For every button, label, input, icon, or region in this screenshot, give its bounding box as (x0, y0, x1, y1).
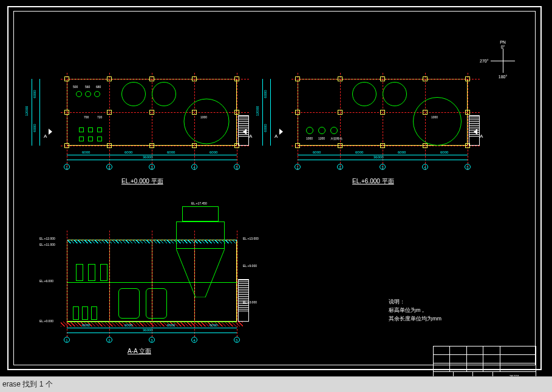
drawing-notes: 说明： 标高单位为m， 其余长度单位均为mm (389, 297, 441, 323)
command-line-text[interactable]: erase 找到 1 个 (0, 379, 53, 390)
north-arrow: PN 0° 180° 270° (491, 49, 515, 73)
notes-line1: 标高单位为m， (389, 306, 441, 314)
compass-west-label: 270° (480, 59, 488, 63)
plan-view-el6: 1000 1200 大型筒仓 1000 A A 6000 6000 12000 … (291, 73, 480, 170)
plan1-title: EL.+0.000 平面 (121, 177, 163, 186)
compass-north-label: 0° (501, 45, 505, 49)
plan-view-el0: 500 560 680 700 720 1000 A A 6000 6000 1… (61, 73, 249, 170)
notes-line2: 其余长度单位均为mm (389, 314, 441, 323)
compass-pn-label: PN (500, 40, 506, 44)
section-title: A-A 立面 (128, 347, 151, 356)
section-view-aa: EL.+12.000 EL.+11.000 EL.+6.000 EL.+0.00… (61, 206, 243, 346)
plan2-title: EL.+6.000 平面 (352, 177, 394, 186)
notes-heading: 说明： (389, 297, 441, 306)
compass-south-label: 180° (499, 75, 507, 79)
title-block: 26221 (433, 346, 536, 380)
status-bar: erase 找到 1 个 (0, 376, 552, 392)
